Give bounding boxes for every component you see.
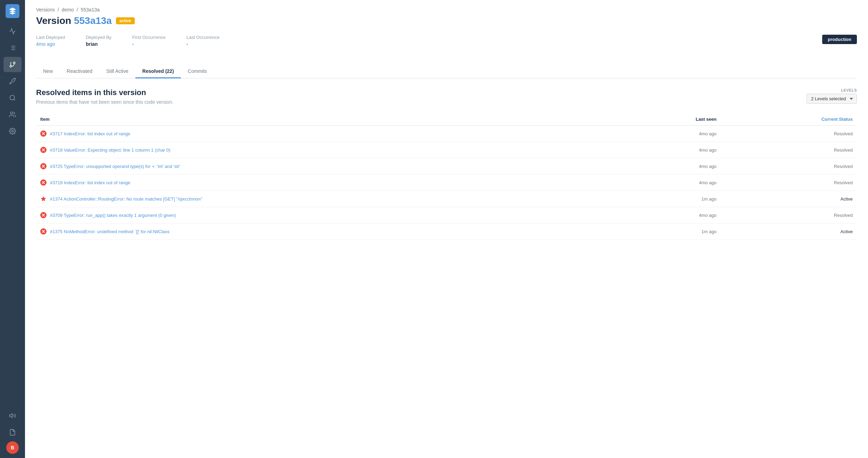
- file-icon: [9, 429, 16, 436]
- sidebar-item-deploys[interactable]: [3, 74, 22, 89]
- error-icon: [40, 130, 47, 137]
- megaphone-icon: [9, 412, 16, 419]
- issue-item-cell: #3717 IndexError: list index out of rang…: [36, 126, 620, 142]
- deployed-by-value: brian: [86, 41, 111, 47]
- sidebar-item-teams[interactable]: [3, 107, 22, 122]
- svg-point-12: [12, 130, 14, 132]
- issue-item-cell: #3718 ValueError: Expecting object: line…: [36, 142, 620, 158]
- issue-link[interactable]: #3725 TypeError: unsupported operand typ…: [50, 164, 180, 169]
- error-icon: [40, 179, 47, 186]
- col-last-seen: Last seen: [620, 113, 720, 126]
- issue-status: Resolved: [721, 158, 857, 175]
- list-icon: [9, 44, 16, 51]
- svg-line-10: [14, 99, 15, 101]
- page-title-row: Version 553a13a active: [36, 15, 857, 26]
- active-badge: active: [116, 17, 135, 24]
- issue-link[interactable]: #3717 IndexError: list index out of rang…: [50, 131, 130, 136]
- page-title: Version 553a13a: [36, 15, 112, 26]
- sidebar-logo[interactable]: [6, 4, 19, 18]
- sidebar-item-settings[interactable]: [3, 124, 22, 139]
- section-subtitle: Previous items that have not been seen s…: [36, 99, 173, 105]
- last-occurrence-value: -: [186, 41, 219, 47]
- chart-line-icon: [9, 28, 16, 35]
- section-title: Resolved items in this version Previous …: [36, 88, 173, 105]
- issues-table: Item Last seen Current Status #3717 Inde…: [36, 113, 857, 240]
- issue-status: Resolved: [721, 126, 857, 142]
- error-icon: [40, 212, 47, 218]
- issue-link[interactable]: #3718 ValueError: Expecting object: line…: [50, 147, 170, 153]
- table-row: #3717 IndexError: list index out of rang…: [36, 126, 857, 142]
- error-icon: [40, 147, 47, 153]
- sidebar-item-issues[interactable]: [3, 40, 22, 56]
- svg-point-9: [10, 95, 15, 100]
- issue-link[interactable]: #1375 NoMethodError: undefined method `[…: [50, 229, 169, 234]
- meta-bar: Last Deployed 4mo ago Deployed By brian …: [36, 35, 857, 54]
- issue-item-cell: #1374 ActionController::RoutingError: No…: [36, 191, 620, 207]
- breadcrumb-versions[interactable]: Versions: [36, 7, 55, 12]
- error-star-icon: [40, 196, 47, 202]
- logo-icon: [8, 7, 17, 15]
- sidebar-nav: [0, 24, 25, 139]
- levels-dropdown[interactable]: 2 Levels selected: [807, 94, 857, 104]
- table-row: #3718 ValueError: Expecting object: line…: [36, 142, 857, 158]
- issue-item-cell: #3709 TypeError: run_app() takes exactly…: [36, 207, 620, 223]
- issue-status: Active: [721, 191, 857, 207]
- issue-last-seen: 4mo ago: [620, 126, 720, 142]
- breadcrumb: Versions / demo / 553a13a: [36, 7, 857, 12]
- table-row: #3709 TypeError: run_app() takes exactly…: [36, 207, 857, 223]
- section-heading: Resolved items in this version: [36, 88, 173, 97]
- env-badge: production: [822, 35, 857, 44]
- section-header: Resolved items in this version Previous …: [36, 88, 857, 105]
- last-deployed-label: Last Deployed: [36, 35, 65, 40]
- sidebar-item-broadcasts[interactable]: [3, 408, 22, 423]
- meta-deployed-by: Deployed By brian: [86, 35, 111, 47]
- tab-commits[interactable]: Commits: [181, 65, 214, 78]
- issue-last-seen: 1m ago: [620, 191, 720, 207]
- tab-new[interactable]: New: [36, 65, 60, 78]
- sidebar-item-dashboard[interactable]: [3, 24, 22, 39]
- issue-status: Resolved: [721, 207, 857, 223]
- title-prefix: Version: [36, 15, 74, 26]
- issue-status: Resolved: [721, 175, 857, 191]
- sidebar-item-discover[interactable]: [3, 90, 22, 105]
- issue-last-seen: 4mo ago: [620, 142, 720, 158]
- gear-icon: [9, 128, 16, 135]
- issue-link[interactable]: #1374 ActionController::RoutingError: No…: [50, 196, 202, 202]
- issue-link[interactable]: #3719 IndexError: list index out of rang…: [50, 180, 130, 185]
- levels-label: LEVELS: [841, 88, 857, 92]
- sidebar-item-activity[interactable]: [3, 425, 22, 440]
- tab-still-active[interactable]: Still Active: [99, 65, 135, 78]
- meta-last-occurrence: Last Occurrence -: [186, 35, 219, 47]
- meta-first-occurrence: First Occurrence -: [132, 35, 166, 47]
- sidebar-bottom: B: [3, 408, 22, 454]
- levels-container: LEVELS 2 Levels selected: [807, 88, 857, 104]
- tab-reactivated[interactable]: Reactivated: [60, 65, 99, 78]
- version-hash: 553a13a: [74, 15, 112, 26]
- tab-resolved[interactable]: Resolved (22): [135, 65, 181, 78]
- error-icon: [40, 163, 47, 169]
- meta-last-deployed: Last Deployed 4mo ago: [36, 35, 65, 47]
- issue-item-cell: #3719 IndexError: list index out of rang…: [36, 175, 620, 191]
- rocket-icon: [9, 78, 16, 85]
- issue-last-seen: 4mo ago: [620, 158, 720, 175]
- breadcrumb-demo[interactable]: demo: [62, 7, 74, 12]
- tabs: NewReactivatedStill ActiveResolved (22)C…: [36, 65, 857, 78]
- sidebar-item-releases[interactable]: [3, 57, 22, 72]
- breadcrumb-sep2: /: [77, 7, 78, 12]
- breadcrumb-sep1: /: [58, 7, 59, 12]
- issue-last-seen: 4mo ago: [620, 207, 720, 223]
- avatar[interactable]: B: [6, 441, 19, 454]
- sidebar: B: [0, 0, 25, 458]
- col-item: Item: [36, 113, 620, 126]
- issue-item-cell: #3725 TypeError: unsupported operand typ…: [36, 158, 620, 175]
- table-row: #1374 ActionController::RoutingError: No…: [36, 191, 857, 207]
- table-row: #3725 TypeError: unsupported operand typ…: [36, 158, 857, 175]
- issue-status: Active: [721, 223, 857, 240]
- users-icon: [9, 111, 16, 118]
- issue-link[interactable]: #3709 TypeError: run_app() takes exactly…: [50, 213, 176, 218]
- svg-point-11: [10, 112, 13, 114]
- error-icon: [40, 228, 47, 235]
- git-branch-icon: [9, 61, 16, 68]
- svg-point-7: [14, 62, 15, 64]
- breadcrumb-hash: 553a13a: [81, 7, 100, 12]
